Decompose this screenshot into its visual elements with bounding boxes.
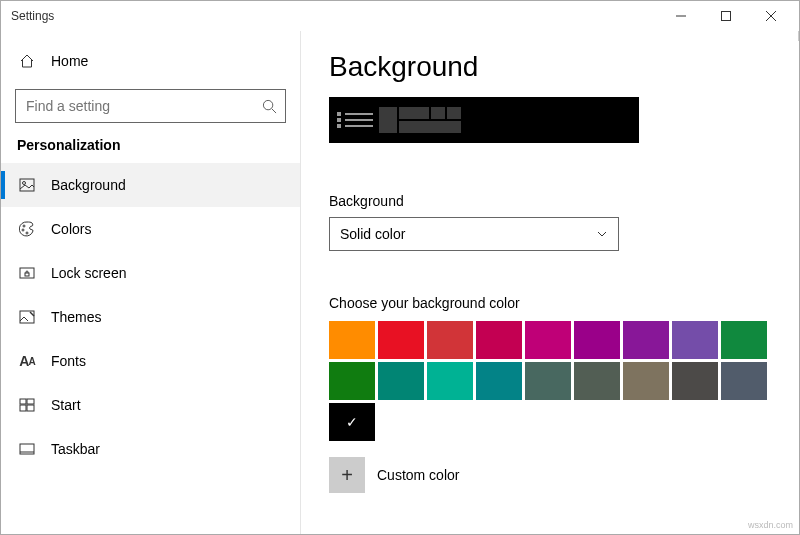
svg-point-6 <box>26 232 28 234</box>
home-label: Home <box>51 53 88 69</box>
maximize-icon <box>721 11 731 21</box>
color-swatch[interactable] <box>623 362 669 400</box>
custom-color-row: + Custom color <box>329 457 771 493</box>
minimize-button[interactable] <box>658 1 703 31</box>
custom-color-label: Custom color <box>377 467 459 483</box>
color-swatch-grid <box>329 321 771 441</box>
color-swatch[interactable] <box>721 362 767 400</box>
settings-window: Settings Home Personaliz <box>0 0 800 535</box>
sidebar-item-label: Taskbar <box>51 441 100 457</box>
scrollbar[interactable] <box>798 31 799 41</box>
watermark: wsxdn.com <box>748 520 793 530</box>
close-button[interactable] <box>748 1 793 31</box>
sidebar-item-start[interactable]: Start <box>1 383 300 427</box>
page-title: Background <box>329 51 771 83</box>
sidebar-item-colors[interactable]: Colors <box>1 207 300 251</box>
color-swatch[interactable] <box>378 362 424 400</box>
fonts-icon: AA <box>19 353 35 369</box>
color-swatch[interactable] <box>476 321 522 359</box>
minimize-icon <box>676 11 686 21</box>
svg-rect-10 <box>20 399 26 404</box>
color-swatch[interactable] <box>525 321 571 359</box>
lockscreen-icon <box>19 265 35 281</box>
svg-point-5 <box>22 229 24 231</box>
color-swatch[interactable] <box>329 321 375 359</box>
desktop-preview <box>329 97 639 143</box>
sidebar-item-label: Start <box>51 397 81 413</box>
picture-icon <box>19 177 35 193</box>
background-dropdown[interactable]: Solid color <box>329 217 619 251</box>
sidebar-item-label: Colors <box>51 221 91 237</box>
swatch-label: Choose your background color <box>329 295 771 311</box>
home-button[interactable]: Home <box>1 39 300 83</box>
sidebar-item-label: Fonts <box>51 353 86 369</box>
color-swatch[interactable] <box>672 321 718 359</box>
sidebar-item-label: Themes <box>51 309 102 325</box>
color-swatch[interactable] <box>476 362 522 400</box>
sidebar-item-background[interactable]: Background <box>1 163 300 207</box>
maximize-button[interactable] <box>703 1 748 31</box>
home-icon <box>19 53 35 69</box>
sidebar-item-fonts[interactable]: AA Fonts <box>1 339 300 383</box>
color-swatch[interactable] <box>427 321 473 359</box>
color-swatch[interactable] <box>721 321 767 359</box>
color-swatch[interactable] <box>427 362 473 400</box>
plus-icon: + <box>341 464 353 487</box>
start-icon <box>19 397 35 413</box>
color-swatch[interactable] <box>329 403 375 441</box>
svg-point-1 <box>263 100 272 109</box>
window-title: Settings <box>11 9 658 23</box>
preview-menu-icon <box>337 113 373 127</box>
titlebar: Settings <box>1 1 799 31</box>
section-label: Personalization <box>1 137 300 163</box>
search-icon <box>262 99 277 114</box>
sidebar-item-label: Lock screen <box>51 265 126 281</box>
themes-icon <box>19 309 35 325</box>
svg-rect-12 <box>20 405 26 411</box>
sidebar-item-lock-screen[interactable]: Lock screen <box>1 251 300 295</box>
svg-point-3 <box>23 182 26 185</box>
custom-color-button[interactable]: + <box>329 457 365 493</box>
svg-rect-0 <box>721 12 730 21</box>
content-pane: Background Background Solid color Choose… <box>301 31 799 534</box>
svg-rect-11 <box>27 399 34 404</box>
svg-rect-8 <box>25 273 29 276</box>
sidebar-item-themes[interactable]: Themes <box>1 295 300 339</box>
nav-list: Background Colors Lock screen <box>1 163 300 471</box>
sidebar-item-taskbar[interactable]: Taskbar <box>1 427 300 471</box>
chevron-down-icon <box>596 228 608 240</box>
svg-rect-9 <box>20 311 34 323</box>
window-body: Home Personalization Background <box>1 31 799 534</box>
preview-tiles <box>379 107 461 133</box>
color-swatch[interactable] <box>378 321 424 359</box>
background-field-label: Background <box>329 193 771 209</box>
sidebar: Home Personalization Background <box>1 31 301 534</box>
search-box[interactable] <box>15 89 286 123</box>
color-swatch[interactable] <box>525 362 571 400</box>
taskbar-icon <box>19 441 35 457</box>
sidebar-item-label: Background <box>51 177 126 193</box>
search-input[interactable] <box>26 91 262 121</box>
palette-icon <box>19 221 35 237</box>
background-dropdown-value: Solid color <box>340 226 405 242</box>
color-swatch[interactable] <box>574 321 620 359</box>
close-icon <box>766 11 776 21</box>
color-swatch[interactable] <box>672 362 718 400</box>
svg-rect-13 <box>27 405 34 411</box>
color-swatch[interactable] <box>329 362 375 400</box>
color-swatch[interactable] <box>574 362 620 400</box>
color-swatch[interactable] <box>623 321 669 359</box>
svg-point-4 <box>23 225 25 227</box>
